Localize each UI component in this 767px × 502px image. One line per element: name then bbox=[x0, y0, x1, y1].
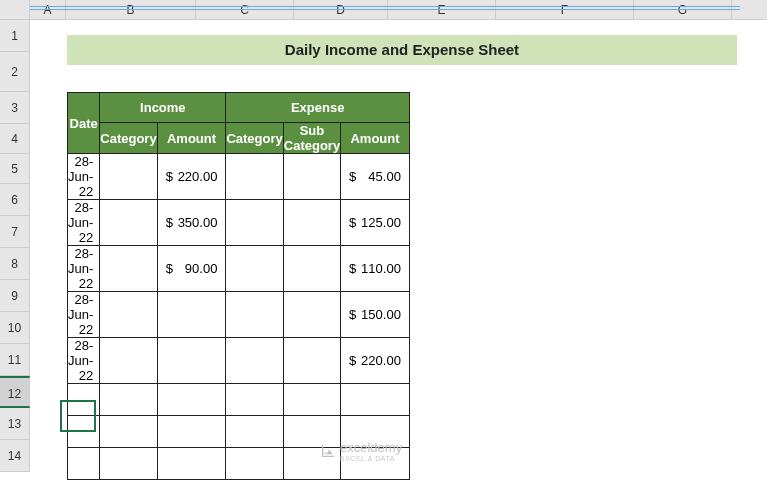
cell-expense-category[interactable] bbox=[226, 416, 283, 448]
cell-expense-amount[interactable]: $150.00 bbox=[341, 292, 410, 338]
row-header[interactable]: 7 bbox=[0, 216, 30, 248]
cell-expense-category[interactable] bbox=[226, 246, 283, 292]
cell-expense-category[interactable] bbox=[226, 338, 283, 384]
row-header[interactable]: 14 bbox=[0, 440, 30, 472]
brand-icon bbox=[320, 443, 336, 459]
watermark-subtext: EXCEL & DATA bbox=[340, 455, 402, 462]
row-header[interactable]: 6 bbox=[0, 184, 30, 216]
row-header[interactable]: 4 bbox=[0, 124, 30, 154]
cell-date[interactable]: 28-Jun-22 bbox=[68, 200, 100, 246]
watermark-text: exceldemy bbox=[340, 440, 402, 455]
header-income-category: Category bbox=[100, 123, 157, 154]
cell-income-amount[interactable] bbox=[157, 292, 226, 338]
row-header[interactable]: 10 bbox=[0, 312, 30, 344]
cell-income-amount[interactable] bbox=[157, 384, 226, 416]
row-header[interactable]: 11 bbox=[0, 344, 30, 376]
cell-date[interactable]: 28-Jun-22 bbox=[68, 292, 100, 338]
cell-expense-subcategory[interactable] bbox=[283, 200, 340, 246]
cell-income-category[interactable] bbox=[100, 448, 157, 480]
header-income: Income bbox=[100, 93, 226, 123]
cell-expense-amount[interactable] bbox=[341, 384, 410, 416]
cell-income-category[interactable] bbox=[100, 292, 157, 338]
cell-income-amount[interactable] bbox=[157, 338, 226, 384]
spreadsheet-viewport: ABCDEFG 1234567891011121314 Daily Income… bbox=[0, 0, 767, 20]
cell-date[interactable]: 28-Jun-22 bbox=[68, 338, 100, 384]
row-header[interactable]: 13 bbox=[0, 408, 30, 440]
sheet-title: Daily Income and Expense Sheet bbox=[67, 35, 737, 65]
cell-income-category[interactable] bbox=[100, 246, 157, 292]
table-row[interactable]: 28-Jun-22$90.00$110.00 bbox=[68, 246, 410, 292]
row-header[interactable]: 9 bbox=[0, 280, 30, 312]
cell-expense-amount[interactable]: $125.00 bbox=[341, 200, 410, 246]
cell-date[interactable] bbox=[68, 448, 100, 480]
table-row[interactable]: 28-Jun-22$220.00 bbox=[68, 338, 410, 384]
cell-expense-subcategory[interactable] bbox=[283, 338, 340, 384]
header-date: Date bbox=[68, 93, 100, 154]
cell-expense-category[interactable] bbox=[226, 448, 283, 480]
cell-income-amount[interactable]: $220.00 bbox=[157, 154, 226, 200]
cell-date[interactable] bbox=[68, 384, 100, 416]
table-row[interactable]: 28-Jun-22$150.00 bbox=[68, 292, 410, 338]
row-header[interactable]: 1 bbox=[0, 20, 30, 52]
cell-income-category[interactable] bbox=[100, 416, 157, 448]
cell-income-category[interactable] bbox=[100, 154, 157, 200]
header-expense-subcategory: Sub Category bbox=[283, 123, 340, 154]
cell-expense-amount[interactable]: $220.00 bbox=[341, 338, 410, 384]
cell-expense-subcategory[interactable] bbox=[283, 246, 340, 292]
row-headers-column: 1234567891011121314 bbox=[0, 20, 30, 472]
table-row[interactable]: 28-Jun-22$350.00$125.00 bbox=[68, 200, 410, 246]
watermark-brand: exceldemy EXCEL & DATA bbox=[320, 440, 402, 462]
cell-expense-category[interactable] bbox=[226, 384, 283, 416]
column-header[interactable] bbox=[0, 0, 30, 19]
income-expense-table: Date Income Expense Category Amount Cate… bbox=[67, 92, 410, 480]
cell-income-category[interactable] bbox=[100, 338, 157, 384]
cell-income-category[interactable] bbox=[100, 384, 157, 416]
row-header[interactable]: 12 bbox=[0, 376, 30, 408]
header-expense-category: Category bbox=[226, 123, 283, 154]
cell-date[interactable] bbox=[68, 416, 100, 448]
row-header[interactable]: 3 bbox=[0, 92, 30, 124]
cell-date[interactable]: 28-Jun-22 bbox=[68, 246, 100, 292]
column-headers-row: ABCDEFG bbox=[0, 0, 767, 20]
header-income-amount: Amount bbox=[157, 123, 226, 154]
cell-expense-amount[interactable]: $45.00 bbox=[341, 154, 410, 200]
cell-expense-subcategory[interactable] bbox=[283, 292, 340, 338]
row-header[interactable]: 8 bbox=[0, 248, 30, 280]
cell-date[interactable]: 28-Jun-22 bbox=[68, 154, 100, 200]
header-expense-amount: Amount bbox=[341, 123, 410, 154]
cell-income-amount[interactable]: $350.00 bbox=[157, 200, 226, 246]
cell-expense-amount[interactable]: $110.00 bbox=[341, 246, 410, 292]
header-expense: Expense bbox=[226, 93, 409, 123]
table-row[interactable]: 28-Jun-22$220.00$45.00 bbox=[68, 154, 410, 200]
cell-income-category[interactable] bbox=[100, 200, 157, 246]
table-row[interactable] bbox=[68, 384, 410, 416]
cell-expense-category[interactable] bbox=[226, 200, 283, 246]
cell-expense-subcategory[interactable] bbox=[283, 384, 340, 416]
cell-expense-subcategory[interactable] bbox=[283, 154, 340, 200]
cell-income-amount[interactable]: $90.00 bbox=[157, 246, 226, 292]
cell-expense-category[interactable] bbox=[226, 292, 283, 338]
cell-income-amount[interactable] bbox=[157, 416, 226, 448]
footer-rule bbox=[30, 6, 740, 10]
cell-income-amount[interactable] bbox=[157, 448, 226, 480]
row-header[interactable]: 5 bbox=[0, 154, 30, 184]
row-header[interactable]: 2 bbox=[0, 52, 30, 92]
cell-expense-category[interactable] bbox=[226, 154, 283, 200]
